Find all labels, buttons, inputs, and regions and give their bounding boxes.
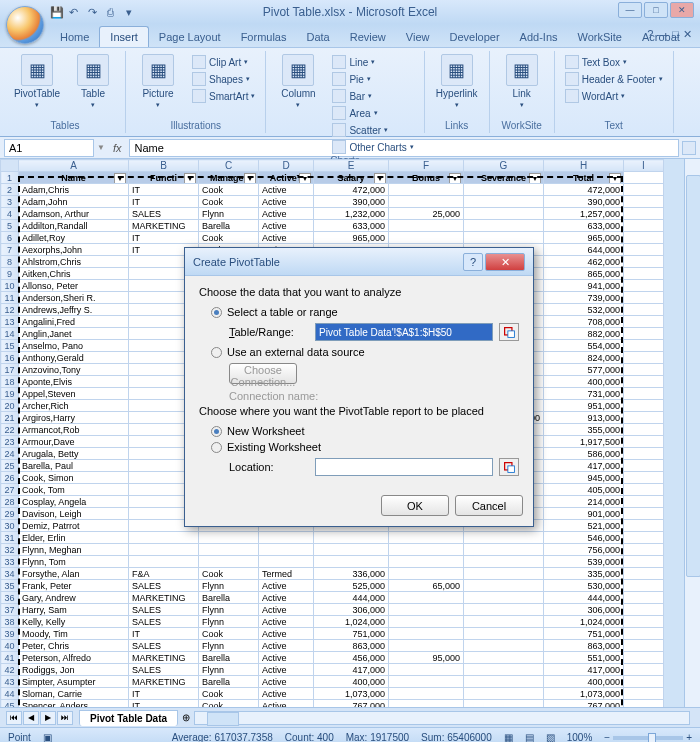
- sheet-tab[interactable]: Pivot Table Data: [79, 710, 178, 726]
- table-header-cell[interactable]: Bonus: [389, 172, 464, 184]
- cell[interactable]: Flynn: [199, 604, 259, 616]
- radio-select-table[interactable]: [211, 307, 222, 318]
- cell[interactable]: [464, 592, 544, 604]
- cell[interactable]: Aexorphs,John: [19, 244, 129, 256]
- zoom-level[interactable]: 100%: [567, 732, 593, 742]
- cell[interactable]: 901,000: [544, 508, 624, 520]
- cell[interactable]: [389, 676, 464, 688]
- cell[interactable]: 306,000: [314, 604, 389, 616]
- row-header[interactable]: 38: [1, 616, 19, 628]
- cell[interactable]: Peterson, Alfredo: [19, 652, 129, 664]
- cell[interactable]: Flynn, Meghan: [19, 544, 129, 556]
- cell[interactable]: 951,000: [544, 400, 624, 412]
- cell[interactable]: Anthony,Gerald: [19, 352, 129, 364]
- help-icon[interactable]: ?: [647, 28, 653, 41]
- cell[interactable]: 767,000: [314, 700, 389, 708]
- row-header[interactable]: 25: [1, 460, 19, 472]
- cell[interactable]: Adamson, Arthur: [19, 208, 129, 220]
- cell[interactable]: 532,000: [544, 304, 624, 316]
- cell[interactable]: Adam,John: [19, 196, 129, 208]
- view-layout-icon[interactable]: ▤: [525, 732, 534, 742]
- cell[interactable]: 400,000: [314, 676, 389, 688]
- cell[interactable]: Barella, Paul: [19, 460, 129, 472]
- cell[interactable]: Armour,Dave: [19, 436, 129, 448]
- first-sheet-icon[interactable]: ⏮: [6, 711, 22, 725]
- row-header[interactable]: 34: [1, 568, 19, 580]
- zoom-out-icon[interactable]: −: [604, 732, 610, 742]
- cell[interactable]: [464, 208, 544, 220]
- maximize-button[interactable]: □: [644, 2, 668, 18]
- cell[interactable]: Active: [259, 676, 314, 688]
- cell[interactable]: Sloman, Carrie: [19, 688, 129, 700]
- cell[interactable]: [464, 676, 544, 688]
- cell[interactable]: [389, 232, 464, 244]
- view-break-icon[interactable]: ▧: [546, 732, 555, 742]
- cell[interactable]: SALES: [129, 616, 199, 628]
- row-header[interactable]: 27: [1, 484, 19, 496]
- cell[interactable]: [464, 688, 544, 700]
- cell[interactable]: Flynn, Tom: [19, 556, 129, 568]
- cell[interactable]: [389, 592, 464, 604]
- cell[interactable]: 731,000: [544, 388, 624, 400]
- vertical-scrollbar[interactable]: [684, 159, 700, 707]
- row-header[interactable]: 20: [1, 400, 19, 412]
- cell[interactable]: [199, 556, 259, 568]
- cell[interactable]: [389, 700, 464, 708]
- table-range-input[interactable]: [315, 323, 493, 341]
- row-header[interactable]: 42: [1, 664, 19, 676]
- close-button[interactable]: ✕: [670, 2, 694, 18]
- cell[interactable]: Moody, Tim: [19, 628, 129, 640]
- row-header[interactable]: 10: [1, 280, 19, 292]
- cell[interactable]: 1,073,000: [544, 688, 624, 700]
- row-header[interactable]: 29: [1, 508, 19, 520]
- cell[interactable]: 456,000: [314, 652, 389, 664]
- cell[interactable]: Flynn: [199, 208, 259, 220]
- wordart-button[interactable]: WordArt ▾: [563, 88, 665, 104]
- cell[interactable]: Flynn: [199, 580, 259, 592]
- cell[interactable]: Cook: [199, 700, 259, 708]
- column-header[interactable]: A: [19, 160, 129, 172]
- row-header[interactable]: 45: [1, 700, 19, 708]
- row-header[interactable]: 37: [1, 604, 19, 616]
- cell[interactable]: 863,000: [314, 640, 389, 652]
- cell[interactable]: [464, 652, 544, 664]
- row-header[interactable]: 5: [1, 220, 19, 232]
- cell[interactable]: Barella: [199, 676, 259, 688]
- row-header[interactable]: 26: [1, 472, 19, 484]
- cell[interactable]: Argiros,Harry: [19, 412, 129, 424]
- cell[interactable]: Aitken,Chris: [19, 268, 129, 280]
- tab-view[interactable]: View: [396, 27, 440, 47]
- hyperlink-button[interactable]: ▦Hyperlink▾: [433, 54, 481, 109]
- column-header[interactable]: B: [129, 160, 199, 172]
- cell[interactable]: 336,000: [314, 568, 389, 580]
- cell[interactable]: Flynn: [199, 664, 259, 676]
- area-button[interactable]: Area ▾: [330, 105, 415, 121]
- cell[interactable]: [389, 544, 464, 556]
- cell[interactable]: [464, 568, 544, 580]
- last-sheet-icon[interactable]: ⏭: [57, 711, 73, 725]
- cell[interactable]: Barella: [199, 652, 259, 664]
- undo-icon[interactable]: ↶: [69, 6, 82, 19]
- cell[interactable]: Anglin,Janet: [19, 328, 129, 340]
- row-header[interactable]: 35: [1, 580, 19, 592]
- cell[interactable]: 25,000: [389, 208, 464, 220]
- insert-sheet-icon[interactable]: ⊕: [182, 712, 190, 723]
- cell[interactable]: [464, 700, 544, 708]
- tab-developer[interactable]: Developer: [439, 27, 509, 47]
- row-header[interactable]: 9: [1, 268, 19, 280]
- cell[interactable]: Active: [259, 700, 314, 708]
- cell[interactable]: [464, 556, 544, 568]
- column-header[interactable]: G: [464, 160, 544, 172]
- tab-formulas[interactable]: Formulas: [231, 27, 297, 47]
- cell[interactable]: Cook, Simon: [19, 472, 129, 484]
- cell[interactable]: Active: [259, 184, 314, 196]
- cell[interactable]: IT: [129, 688, 199, 700]
- cell[interactable]: Active: [259, 592, 314, 604]
- cell[interactable]: Adam,Chris: [19, 184, 129, 196]
- close-workbook-icon[interactable]: ✕: [683, 28, 692, 41]
- zoom-in-icon[interactable]: +: [686, 732, 692, 742]
- table-header-cell[interactable]: Manager: [199, 172, 259, 184]
- cell[interactable]: Barella: [199, 220, 259, 232]
- cell[interactable]: 756,000: [544, 544, 624, 556]
- redo-icon[interactable]: ↷: [88, 6, 101, 19]
